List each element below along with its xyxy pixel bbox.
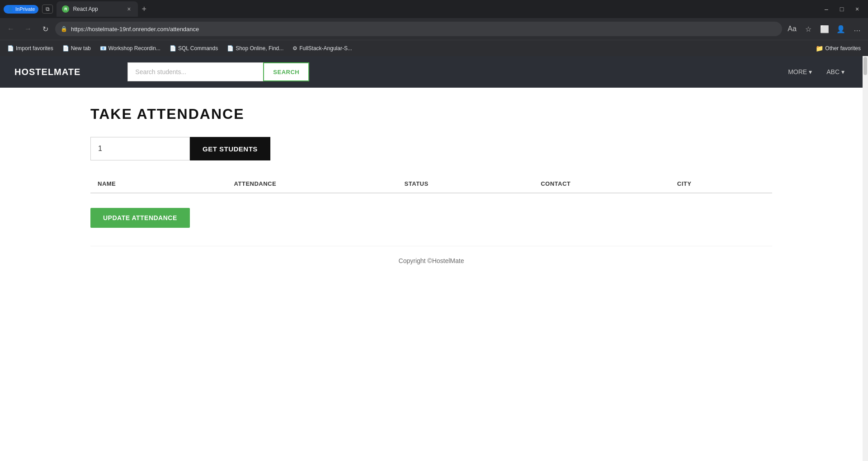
get-students-button[interactable]: GET STUDENTS — [190, 137, 270, 160]
minimize-button[interactable]: – — [819, 2, 834, 16]
other-favorites-label: Other favorites — [825, 45, 861, 52]
maximize-button[interactable]: □ — [835, 2, 849, 16]
window-controls-left: 👤 InPrivate ⧉ — [4, 5, 53, 14]
tab-switcher-button[interactable]: ⧉ — [42, 5, 53, 14]
scrollbar-track[interactable] — [863, 56, 868, 461]
footer-text: Copyright ©HostelMate — [399, 257, 464, 264]
active-tab[interactable]: R React App × — [57, 1, 138, 17]
app-header: HOSTELMATE SEARCH MORE ▾ ABC ▾ — [0, 56, 863, 88]
tabs-row: R React App × + — [57, 1, 819, 17]
update-attendance-button[interactable]: UPDATE ATTENDANCE — [90, 208, 190, 228]
read-aloud-button[interactable]: Aa — [785, 22, 799, 36]
more-tools-button[interactable]: … — [850, 22, 864, 36]
address-bar-row: ← → ↻ 🔒 https://hostelmate-19nf.onrender… — [0, 18, 868, 40]
new-tab-button[interactable]: + — [138, 1, 150, 17]
bookmark-workshop[interactable]: 📧 Workshop Recordin... — [96, 43, 164, 53]
tab-title: React App — [73, 6, 122, 12]
title-bar: 👤 InPrivate ⧉ R React App × + – □ × — [0, 0, 868, 18]
page-content: HOSTELMATE SEARCH MORE ▾ ABC ▾ TAKE ATTE… — [0, 56, 863, 461]
bookmarks-bar: 📄 Import favorites 📄 New tab 📧 Workshop … — [0, 40, 868, 56]
sql-label: SQL Commands — [178, 45, 218, 52]
room-input[interactable] — [90, 137, 190, 160]
fullstack-label: FullStack-Angular-S... — [299, 45, 352, 52]
attendance-table: NAME ATTENDANCE STATUS CONTACT CITY — [90, 175, 772, 193]
table-header-row: NAME ATTENDANCE STATUS CONTACT CITY — [90, 175, 772, 193]
tab-favicon: R — [62, 5, 69, 13]
inprivate-label: InPrivate — [15, 6, 35, 12]
search-form: SEARCH — [127, 62, 309, 81]
col-header-status: STATUS — [397, 175, 534, 193]
col-header-contact: CONTACT — [533, 175, 670, 193]
new-tab-bookmark-label: New tab — [71, 45, 91, 52]
bookmark-shop[interactable]: 📄 Shop Online, Find... — [223, 43, 287, 53]
bookmark-fullstack[interactable]: ⚙ FullStack-Angular-S... — [289, 43, 356, 53]
shop-label: Shop Online, Find... — [236, 45, 283, 52]
window-close-button[interactable]: × — [850, 2, 864, 16]
col-header-city: CITY — [670, 175, 772, 193]
table-header: NAME ATTENDANCE STATUS CONTACT CITY — [90, 175, 772, 193]
import-favorites-icon: 📄 — [7, 45, 14, 52]
lock-icon: 🔒 — [61, 26, 67, 32]
search-input[interactable] — [127, 62, 263, 81]
nav-more-arrow: ▾ — [809, 68, 812, 75]
back-button[interactable]: ← — [4, 22, 18, 36]
profile-button[interactable]: 👤 — [834, 22, 848, 36]
inprivate-badge: 👤 InPrivate — [4, 5, 38, 14]
new-tab-bookmark-icon: 📄 — [62, 45, 69, 52]
shop-icon: 📄 — [227, 45, 234, 52]
toolbar-icons: Aa ☆ ⬜ 👤 … — [785, 22, 864, 36]
nav-abc-arrow: ▾ — [841, 68, 844, 75]
refresh-button[interactable]: ↻ — [38, 22, 52, 36]
workshop-label: Workshop Recordin... — [108, 45, 160, 52]
search-button[interactable]: SEARCH — [263, 62, 309, 81]
nav-abc-label: ABC — [826, 68, 840, 75]
tab-close-button[interactable]: × — [125, 5, 132, 13]
col-header-attendance: ATTENDANCE — [227, 175, 397, 193]
split-screen-button[interactable]: ⬜ — [817, 22, 832, 36]
main-content: TAKE ATTENDANCE GET STUDENTS NAME ATTEND… — [0, 88, 863, 302]
address-bar-url: https://hostelmate-19nf.onrender.com/att… — [71, 26, 777, 33]
import-favorites-label: Import favorites — [16, 45, 53, 52]
folder-icon: 📁 — [816, 45, 823, 52]
bookmark-new-tab[interactable]: 📄 New tab — [59, 43, 94, 53]
fullstack-icon: ⚙ — [292, 45, 297, 52]
page-title: TAKE ATTENDANCE — [90, 106, 772, 122]
app-logo: HOSTELMATE — [14, 67, 80, 77]
nav-abc-button[interactable]: ABC ▾ — [823, 66, 848, 77]
inprivate-icon: 👤 — [7, 6, 14, 12]
scrollbar-thumb[interactable] — [863, 57, 867, 75]
header-nav: MORE ▾ ABC ▾ — [784, 66, 848, 77]
col-header-name: NAME — [90, 175, 227, 193]
get-students-form: GET STUDENTS — [90, 137, 772, 160]
app-footer: Copyright ©HostelMate — [90, 246, 772, 275]
page-wrapper: HOSTELMATE SEARCH MORE ▾ ABC ▾ TAKE ATTE… — [0, 56, 868, 461]
bookmark-sql[interactable]: 📄 SQL Commands — [166, 43, 222, 53]
nav-more-button[interactable]: MORE ▾ — [784, 66, 816, 77]
window-controls-right: – □ × — [819, 2, 864, 16]
address-bar[interactable]: 🔒 https://hostelmate-19nf.onrender.com/a… — [55, 22, 782, 36]
browser-chrome: 👤 InPrivate ⧉ R React App × + – □ × ← → … — [0, 0, 868, 56]
favorites-button[interactable]: ☆ — [801, 22, 816, 36]
sql-icon: 📄 — [170, 45, 176, 52]
other-favorites[interactable]: 📁 Other favorites — [812, 43, 864, 54]
nav-more-label: MORE — [788, 68, 807, 75]
workshop-icon: 📧 — [100, 45, 107, 52]
bookmark-import-favorites[interactable]: 📄 Import favorites — [4, 43, 57, 53]
forward-button[interactable]: → — [21, 22, 35, 36]
